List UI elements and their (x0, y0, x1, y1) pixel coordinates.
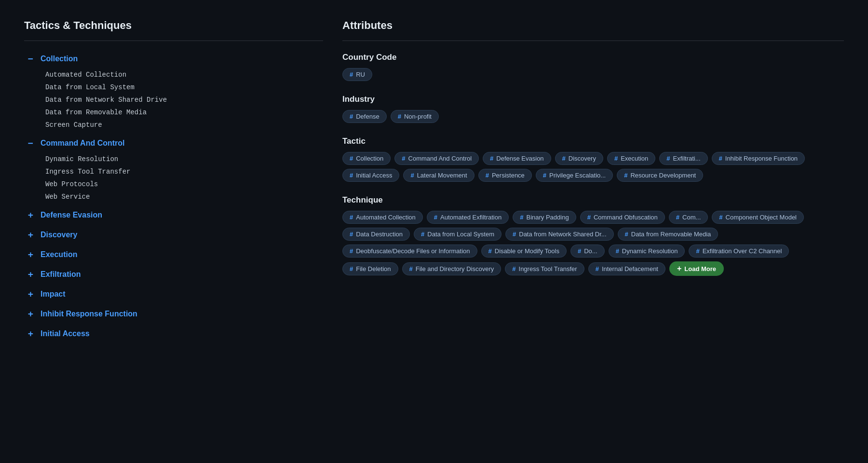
tactic-header-impact[interactable]: +Impact (24, 286, 323, 302)
tactic-toggle-discovery: + (28, 230, 36, 240)
tactic-tag[interactable]: #Resource Development (617, 169, 703, 182)
tactics-panel-title: Tactics & Techniques (24, 19, 323, 32)
industry-title: Industry (342, 95, 844, 104)
technique-tag[interactable]: #File Deletion (342, 262, 398, 275)
technique-item[interactable]: Ingress Tool Transfer (41, 165, 323, 178)
technique-tag[interactable]: #Exfiltration Over C2 Channel (689, 245, 789, 258)
hash-icon: # (486, 172, 489, 179)
hash-icon: # (350, 231, 353, 238)
hash-icon: # (350, 155, 353, 162)
tactic-tag[interactable]: #Collection (342, 152, 391, 165)
technique-tag[interactable]: #Do... (570, 245, 605, 258)
hash-icon: # (398, 113, 401, 120)
tactic-tag[interactable]: #Lateral Movement (403, 169, 474, 182)
hash-icon: # (696, 247, 699, 255)
tactic-label-defense-evasion: Defense Evasion (41, 211, 102, 219)
tactic-toggle-exfiltration: + (28, 269, 36, 279)
country-code-tag[interactable]: #RU (342, 68, 372, 81)
tactic-section-execution: +Execution (24, 246, 323, 262)
tactic-header-defense-evasion[interactable]: +Defense Evasion (24, 207, 323, 223)
tactic-tag[interactable]: #Execution (607, 152, 655, 165)
technique-item[interactable]: Data from Removable Media (41, 106, 323, 119)
tactic-tag[interactable]: #Inhibit Response Function (712, 152, 805, 165)
technique-item[interactable]: Data from Local System (41, 81, 323, 94)
tactic-tag[interactable]: #Defense Evasion (483, 152, 551, 165)
hash-icon: # (350, 247, 353, 255)
tactics-list: −CollectionAutomated CollectionData from… (24, 51, 323, 341)
technique-item[interactable]: Web Protocols (41, 178, 323, 191)
technique-tag[interactable]: #Com... (669, 211, 708, 224)
technique-tag[interactable]: #Deobfuscate/Decode Files or Information (342, 245, 477, 258)
load-more-button[interactable]: +Load More (669, 261, 724, 276)
technique-list-command-and-control: Dynamic ResolutionIngress Tool TransferW… (24, 153, 323, 203)
hash-icon: # (350, 265, 353, 272)
technique-section: Technique #Automated Collection#Automate… (342, 195, 844, 276)
industry-tags: #Defense#Non-profit (342, 110, 844, 123)
tactic-section: Tactic #Collection#Command And Control#D… (342, 136, 844, 182)
tactic-tags: #Collection#Command And Control#Defense … (342, 152, 844, 182)
tactic-label-collection: Collection (41, 54, 78, 63)
technique-tag[interactable]: #Internal Defacement (588, 262, 665, 275)
technique-tag[interactable]: #Binary Padding (513, 211, 576, 224)
tactics-divider (24, 41, 323, 41)
hash-icon: # (350, 71, 353, 78)
hash-icon: # (434, 214, 437, 221)
industry-tag[interactable]: #Non-profit (391, 110, 439, 123)
tactic-header-command-and-control[interactable]: −Command And Control (24, 135, 323, 151)
tactic-tag[interactable]: #Command And Control (394, 152, 479, 165)
tactic-label-discovery: Discovery (41, 231, 78, 239)
technique-tags: #Automated Collection#Automated Exfiltra… (342, 211, 844, 276)
tactic-header-initial-access[interactable]: +Initial Access (24, 326, 323, 341)
technique-tag[interactable]: #Data from Local System (414, 228, 502, 241)
tactic-tag[interactable]: #Initial Access (342, 169, 399, 182)
technique-item[interactable]: Web Service (41, 191, 323, 203)
load-more-label: Load More (684, 265, 716, 272)
technique-list-collection: Automated CollectionData from Local Syst… (24, 68, 323, 131)
tactic-label-command-and-control: Command And Control (41, 139, 125, 148)
hash-icon: # (719, 155, 722, 162)
technique-item[interactable]: Automated Collection (41, 68, 323, 81)
hash-icon: # (562, 155, 566, 162)
technique-item[interactable]: Data from Network Shared Drive (41, 94, 323, 106)
hash-icon: # (350, 113, 353, 120)
technique-tag[interactable]: #Data from Network Shared Dr... (505, 228, 614, 241)
technique-item[interactable]: Dynamic Resolution (41, 153, 323, 165)
technique-tag[interactable]: #Component Object Model (712, 211, 804, 224)
hash-icon: # (666, 155, 670, 162)
tactic-toggle-inhibit-response-function: + (28, 309, 36, 319)
hash-icon: # (719, 214, 722, 221)
tactic-section-command-and-control: −Command And ControlDynamic ResolutionIn… (24, 135, 323, 203)
tactic-header-collection[interactable]: −Collection (24, 51, 323, 67)
tactic-header-discovery[interactable]: +Discovery (24, 227, 323, 243)
tactic-tag[interactable]: #Discovery (555, 152, 603, 165)
technique-item[interactable]: Screen Capture (41, 119, 323, 131)
technique-tag[interactable]: #Automated Exfiltration (427, 211, 509, 224)
tactic-tag[interactable]: #Exfiltrati... (659, 152, 707, 165)
hash-icon: # (578, 247, 581, 255)
tactic-header-inhibit-response-function[interactable]: +Inhibit Response Function (24, 306, 323, 322)
technique-tag[interactable]: #Disable or Modify Tools (481, 245, 567, 258)
hash-icon: # (410, 172, 414, 179)
technique-tag[interactable]: #Data Destruction (342, 228, 410, 241)
hash-icon: # (421, 231, 424, 238)
technique-tag[interactable]: #Data from Removable Media (618, 228, 719, 241)
technique-tag[interactable]: #Automated Collection (342, 211, 423, 224)
tactic-tag[interactable]: #Privilege Escalatio... (536, 169, 613, 182)
tactic-tag[interactable]: #Persistence (478, 169, 532, 182)
hash-icon: # (543, 172, 546, 179)
tactic-header-exfiltration[interactable]: +Exfiltration (24, 266, 323, 282)
technique-tag[interactable]: #Ingress Tool Transfer (505, 262, 584, 275)
hash-icon: # (614, 155, 618, 162)
plus-icon: + (677, 264, 681, 273)
tactic-section-collection: −CollectionAutomated CollectionData from… (24, 51, 323, 131)
hash-icon: # (488, 247, 492, 255)
country-code-title: Country Code (342, 53, 844, 62)
technique-tag[interactable]: #Command Obfuscation (580, 211, 665, 224)
technique-tag[interactable]: #Dynamic Resolution (609, 245, 685, 258)
tactic-toggle-impact: + (28, 289, 36, 299)
technique-tag[interactable]: #File and Directory Discovery (402, 262, 502, 275)
hash-icon: # (625, 231, 628, 238)
industry-tag[interactable]: #Defense (342, 110, 387, 123)
tactic-header-execution[interactable]: +Execution (24, 246, 323, 262)
tactic-label-initial-access: Initial Access (41, 329, 90, 338)
